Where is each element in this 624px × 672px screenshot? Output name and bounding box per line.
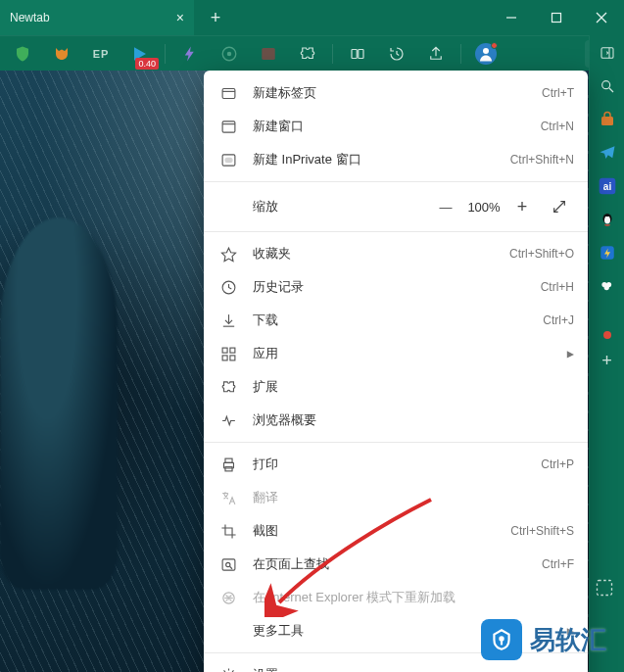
svg-rect-46 (224, 458, 231, 462)
ep-icon[interactable]: EP (84, 40, 118, 68)
menu-label: 新建 InPrivate 窗口 (253, 151, 510, 168)
svg-point-49 (225, 562, 229, 566)
svg-rect-17 (601, 117, 613, 125)
menu-label: 打印 (253, 456, 541, 473)
watermark-icon (481, 619, 522, 660)
svg-rect-31 (222, 120, 235, 131)
telegram-icon[interactable] (596, 141, 619, 165)
star-icon (217, 244, 239, 264)
shopping-icon[interactable] (596, 108, 619, 131)
new-tab-button[interactable]: + (206, 8, 225, 27)
svg-rect-28 (598, 581, 612, 596)
menu-apps[interactable]: 应用 ▶ (204, 337, 588, 370)
menu-history[interactable]: 历史记录 Ctrl+H (204, 270, 588, 304)
share-icon[interactable] (419, 40, 453, 68)
menu-favorites[interactable]: 收藏夹 Ctrl+Shift+O (204, 237, 588, 270)
tabs-icon[interactable] (341, 40, 374, 68)
watermark: 易软汇 (481, 619, 606, 660)
zoom-out-button[interactable]: — (431, 193, 460, 220)
close-tab-icon[interactable]: × (176, 10, 184, 25)
background-art (0, 217, 118, 590)
thunder-icon[interactable] (596, 241, 619, 264)
menu-label: 下载 (253, 312, 543, 329)
svg-rect-42 (229, 348, 234, 353)
window-icon (217, 117, 239, 136)
svg-rect-34 (224, 158, 231, 162)
menu-zoom: 缩放 — 100% + (204, 187, 588, 226)
toolbar-separator (165, 44, 166, 64)
shield-icon[interactable] (6, 40, 39, 68)
bolt-icon[interactable] (173, 40, 207, 68)
screenshot-region-icon[interactable] (595, 578, 616, 600)
menu-screenshot[interactable]: 截图 Ctrl+Shift+S (204, 514, 588, 548)
menu-new-inprivate[interactable]: 新建 InPrivate 窗口 Ctrl+Shift+N (204, 143, 588, 176)
svg-rect-43 (222, 355, 227, 360)
play-icon[interactable]: 0.40 (123, 40, 157, 68)
maximize-button[interactable] (534, 0, 579, 35)
profile-avatar[interactable] (469, 40, 503, 68)
menu-separator (204, 231, 588, 232)
menu-shortcut: Ctrl+J (543, 313, 574, 327)
baidu-icon[interactable]: ai (596, 174, 619, 198)
translate-icon (217, 488, 239, 507)
qq-icon[interactable] (596, 208, 619, 231)
fullscreen-button[interactable] (545, 193, 574, 220)
menu-label: 新建标签页 (253, 84, 542, 102)
search-icon[interactable] (596, 74, 619, 98)
tab-title: Newtab (10, 11, 50, 24)
browser-tab[interactable]: Newtab × (0, 0, 194, 35)
fox-icon[interactable] (45, 40, 78, 68)
menu-label: 应用 (253, 345, 561, 362)
svg-line-35 (559, 202, 564, 207)
menu-shortcut: Ctrl+Shift+O (509, 247, 574, 261)
notification-dot-icon[interactable] (603, 331, 611, 339)
puzzle-icon[interactable] (291, 40, 324, 68)
menu-shortcut: Ctrl+H (541, 280, 574, 294)
menu-performance[interactable]: 浏览器概要 (204, 404, 588, 437)
menu-new-tab[interactable]: 新建标签页 Ctrl+T (204, 76, 588, 110)
menu-label: 新建窗口 (253, 118, 541, 135)
sidebar-add-button[interactable]: + (596, 349, 619, 372)
svg-point-9 (483, 48, 489, 54)
cloud-icon[interactable] (596, 274, 619, 298)
menu-shortcut: Ctrl+Shift+S (510, 524, 574, 538)
svg-rect-1 (552, 14, 561, 23)
menu-label: 截图 (253, 522, 510, 540)
menu-label: 扩展 (253, 378, 574, 396)
svg-point-23 (607, 216, 609, 218)
history-icon[interactable] (380, 40, 413, 68)
crop-icon (217, 521, 239, 541)
close-window-button[interactable] (579, 0, 624, 35)
zoom-in-button[interactable]: + (507, 193, 537, 220)
tab-icon (217, 83, 239, 103)
find-icon (217, 554, 239, 574)
menu-print[interactable]: 打印 Ctrl+P (204, 448, 588, 481)
svg-rect-44 (229, 355, 234, 360)
menu-extensions[interactable]: 扩展 (204, 370, 588, 404)
svg-point-27 (603, 285, 608, 290)
menu-label: 历史记录 (253, 278, 541, 296)
notification-dot (491, 42, 498, 49)
menu-ie-mode: 在 Internet Explorer 模式下重新加载 (204, 581, 588, 614)
menu-separator (204, 442, 588, 443)
menu-find[interactable]: 在页面上查找 Ctrl+F (204, 548, 588, 581)
sidebar-toggle-button[interactable] (589, 35, 624, 71)
menu-settings[interactable]: 设置 (204, 658, 588, 672)
menu-label: 翻译 (253, 489, 574, 506)
minimize-button[interactable] (489, 0, 534, 35)
menu-shortcut: Ctrl+F (542, 557, 574, 571)
pic-icon[interactable] (252, 40, 285, 68)
menu-label: 收藏夹 (253, 245, 509, 263)
zoom-value: 100% (460, 200, 507, 215)
svg-line-36 (554, 207, 559, 212)
menu-downloads[interactable]: 下载 Ctrl+J (204, 304, 588, 337)
inprivate-icon (217, 150, 239, 169)
zoom-label: 缩放 (253, 198, 431, 216)
menu-new-window[interactable]: 新建窗口 Ctrl+N (204, 110, 588, 143)
menu-label: 在页面上查找 (253, 555, 542, 573)
ai-icon[interactable] (213, 40, 246, 68)
apps-icon (217, 344, 239, 363)
svg-point-22 (604, 216, 606, 218)
watermark-text: 易软汇 (530, 623, 606, 657)
svg-rect-29 (222, 88, 235, 98)
